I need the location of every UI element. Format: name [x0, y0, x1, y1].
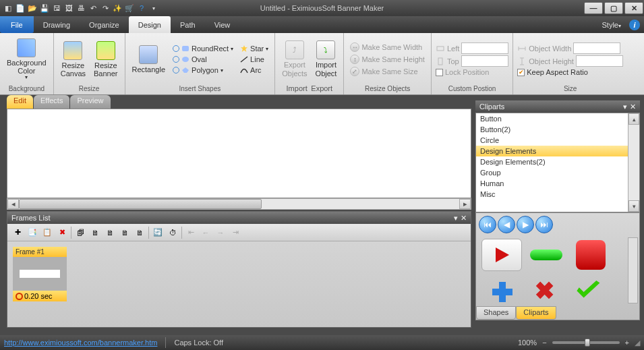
menu-path[interactable]: Path: [171, 16, 205, 33]
menu-organize[interactable]: Organize: [80, 16, 129, 33]
group-label: Import Export: [279, 84, 339, 93]
preview-vscroll[interactable]: [628, 237, 638, 303]
keep-aspect-row[interactable]: ✔Keep Aspect Ratio: [517, 68, 623, 76]
cliparts-vscroll[interactable]: ▴ ▾: [628, 113, 639, 212]
menu-drawing[interactable]: Drawing: [34, 16, 80, 33]
timer-icon[interactable]: ⏱: [167, 227, 179, 239]
scroll-right-icon[interactable]: ▸: [459, 199, 471, 209]
tab-preview[interactable]: Preview: [70, 95, 110, 109]
polygon-button[interactable]: Polygon ▾: [171, 65, 235, 75]
maximize-button[interactable]: ▢: [604, 2, 623, 14]
clipart-plus-blue[interactable]: [481, 275, 522, 308]
background-color-button[interactable]: Background Color▾: [4, 37, 49, 82]
clipart-category[interactable]: Group: [476, 167, 639, 178]
scroll-thumb[interactable]: [19, 199, 262, 209]
info-icon[interactable]: i: [629, 20, 640, 30]
menu-view[interactable]: View: [205, 16, 240, 33]
delete-frame-icon[interactable]: ✖: [56, 227, 68, 239]
clipart-category[interactable]: Human: [476, 178, 639, 189]
clipart-category[interactable]: Button(2): [476, 124, 639, 135]
last-icon[interactable]: ⇥: [229, 227, 241, 239]
frame-item[interactable]: Frame #1 0.20 sec: [13, 247, 67, 301]
zoom-in-icon[interactable]: +: [625, 339, 629, 347]
resize-banner-button[interactable]: Resize Banner: [91, 40, 120, 79]
prev-icon[interactable]: ←: [200, 227, 212, 239]
resize-canvas-button[interactable]: Resize Canvas: [58, 40, 88, 79]
status-zoom: 100%: [518, 339, 537, 347]
copy-icon[interactable]: 🗐: [74, 227, 86, 239]
close-button[interactable]: ✕: [624, 2, 643, 14]
tab-effects[interactable]: Effects: [34, 95, 69, 109]
star-button[interactable]: Star ▾: [238, 44, 270, 53]
cliparts-list: ButtonButton(2)CircleDesign ElementsDesi…: [475, 113, 640, 212]
refresh-icon[interactable]: 🔄: [152, 227, 164, 239]
add-frame-icon[interactable]: ✚: [11, 227, 24, 239]
help-icon[interactable]: ?: [136, 3, 147, 13]
clipart-check-green[interactable]: [570, 275, 611, 308]
frame-c-icon[interactable]: 🗎: [119, 227, 131, 239]
clipart-category[interactable]: Design Elements(2): [476, 156, 639, 167]
menu-file[interactable]: File: [0, 16, 34, 33]
clipart-category[interactable]: Button: [476, 113, 639, 124]
frame-a-icon[interactable]: 🗎: [89, 227, 101, 239]
status-capslock: Caps Lock: Off: [174, 339, 223, 347]
roundrect-button[interactable]: RoundRect ▾: [171, 44, 235, 53]
tab-edit[interactable]: Edit: [7, 95, 33, 109]
qat-dropdown-icon[interactable]: ▾: [148, 3, 159, 13]
frames-dropdown-icon[interactable]: ▾: [454, 214, 458, 223]
cliparts-preview: ⏮ ◀ ▶ ⏭ Shapes Cliparts: [475, 212, 640, 320]
clipart-x-red[interactable]: [526, 275, 566, 308]
scroll-left-icon[interactable]: ◂: [7, 199, 19, 209]
scroll-up-icon[interactable]: ▴: [628, 113, 639, 125]
wand-icon[interactable]: ✨: [112, 3, 123, 13]
image-icon[interactable]: 🖼: [63, 3, 74, 13]
open-icon[interactable]: 📂: [27, 3, 38, 13]
keep-aspect-checkbox[interactable]: ✔: [517, 69, 525, 76]
save-icon[interactable]: 💾: [39, 3, 50, 13]
menu-design[interactable]: Design: [129, 16, 171, 33]
canvas[interactable]: [7, 109, 471, 198]
dup-frame-icon[interactable]: 📑: [26, 227, 38, 239]
menu-style[interactable]: Style▾: [598, 21, 625, 29]
frame-b-icon[interactable]: 🗎: [104, 227, 116, 239]
cliparts-dropdown-icon[interactable]: ▾: [623, 103, 627, 111]
clipart-category[interactable]: Design Elements: [476, 146, 639, 156]
clipart-pill-green[interactable]: [526, 239, 566, 271]
frame-d-icon[interactable]: 🗎: [134, 227, 146, 239]
nav-prev-icon[interactable]: ◀: [498, 216, 515, 233]
cart-icon[interactable]: 🛒: [124, 3, 135, 13]
rectangle-button[interactable]: Rectangle: [129, 44, 169, 75]
nav-last-icon[interactable]: ⏭: [535, 216, 553, 233]
clipart-square-red[interactable]: [570, 239, 611, 271]
zoom-slider[interactable]: [552, 341, 620, 344]
clipart-play-red[interactable]: [481, 239, 522, 271]
group-import-export: ⤴ Export Objects ⤵ Import Object Import …: [275, 33, 344, 94]
paste-frame-icon[interactable]: 📋: [41, 227, 53, 239]
import-object-button[interactable]: ⤵ Import Object: [313, 39, 340, 78]
print-icon[interactable]: 🖶: [76, 3, 86, 13]
nav-first-icon[interactable]: ⏮: [479, 216, 496, 233]
arc-button[interactable]: Arc: [238, 65, 270, 75]
cliparts-close-icon[interactable]: ✕: [630, 103, 636, 111]
group-label: Resize: [58, 84, 121, 93]
clipart-category[interactable]: Misc: [476, 189, 639, 200]
redo-icon[interactable]: ↷: [100, 3, 111, 13]
scroll-down-icon[interactable]: ▾: [628, 200, 639, 212]
line-button[interactable]: Line: [238, 55, 270, 64]
undo-icon[interactable]: ↶: [88, 3, 98, 13]
minimize-button[interactable]: —: [584, 2, 603, 14]
oval-button[interactable]: Oval: [171, 55, 235, 64]
tab-cliparts[interactable]: Cliparts: [516, 306, 556, 320]
status-url[interactable]: http://www.eximioussoft.com/bannermaker.…: [4, 339, 157, 347]
first-icon[interactable]: ⇤: [185, 227, 197, 239]
saveas-icon[interactable]: 🖫: [51, 3, 62, 13]
canvas-hscroll[interactable]: ◂ ▸: [7, 198, 471, 210]
next-icon[interactable]: →: [214, 227, 227, 239]
frames-close-icon[interactable]: ✕: [461, 214, 467, 223]
nav-next-icon[interactable]: ▶: [517, 216, 534, 233]
resize-grip-icon[interactable]: ◢: [635, 339, 640, 347]
clipart-category[interactable]: Circle: [476, 135, 639, 146]
tab-shapes[interactable]: Shapes: [476, 306, 516, 320]
new-icon[interactable]: 📄: [15, 3, 26, 13]
zoom-out-icon[interactable]: −: [542, 339, 546, 347]
